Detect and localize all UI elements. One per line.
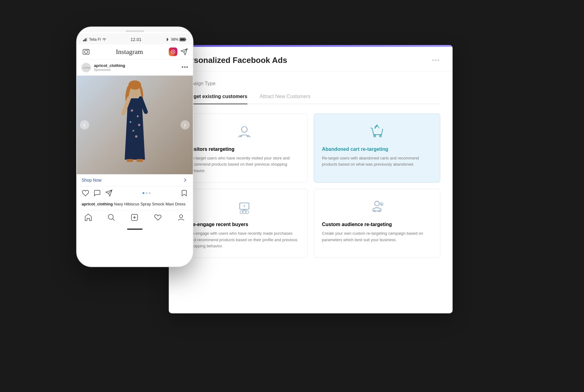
panel-menu-dots[interactable]: ••• xyxy=(432,57,440,64)
card-abandoned-title: Abandoned cart re-targeting xyxy=(322,146,432,152)
status-right: 98% xyxy=(165,37,186,42)
post-sponsored: Sponsored xyxy=(94,68,179,72)
post-caption: apricot_clothing Navy Hibiscus Spray Smo… xyxy=(77,200,193,210)
cart-icon xyxy=(322,123,432,142)
svg-rect-16 xyxy=(85,38,86,41)
svg-text:$: $ xyxy=(243,204,245,208)
svg-rect-36 xyxy=(136,159,143,162)
reel-icon xyxy=(171,49,176,54)
svg-rect-14 xyxy=(83,40,84,41)
svg-line-1 xyxy=(371,128,372,129)
post-actions-left xyxy=(82,189,113,197)
svg-rect-20 xyxy=(186,39,186,40)
instagram-logo: Instagram xyxy=(90,48,169,56)
instagram-reel-icon[interactable] xyxy=(169,47,177,56)
carousel-dots xyxy=(143,192,151,194)
home-button[interactable] xyxy=(127,229,143,230)
caption-text: Navy Hibiscus Spray Smock Maxi Dress xyxy=(114,202,185,206)
card-visitors-desc: Re-target users who have recently visite… xyxy=(189,155,299,174)
carousel-dot-3 xyxy=(149,192,151,194)
chevron-right-icon xyxy=(182,177,188,183)
add-nav-icon[interactable] xyxy=(130,213,139,221)
buyers-icon: $ xyxy=(189,198,299,217)
card-visitors-title: Visitors retargeting xyxy=(189,146,299,152)
svg-point-33 xyxy=(132,130,134,131)
svg-point-11 xyxy=(375,201,379,206)
svg-rect-17 xyxy=(87,38,88,41)
search-nav-icon[interactable] xyxy=(107,213,115,221)
post-options-dots[interactable]: ••• xyxy=(182,64,188,71)
card-reengage[interactable]: $ Re-engage recent buyers Re-engage with… xyxy=(181,189,308,258)
post-username[interactable]: apricot_clothing xyxy=(94,63,179,68)
bookmark-icon[interactable] xyxy=(180,189,188,197)
svg-point-8 xyxy=(246,211,248,213)
card-custom-desc: Create your own custom re-targeting camp… xyxy=(322,230,432,243)
like-icon[interactable] xyxy=(82,189,89,197)
svg-point-42 xyxy=(180,215,183,218)
post-actions xyxy=(77,186,193,200)
svg-rect-35 xyxy=(126,159,133,162)
card-abandoned-cart[interactable]: Abandoned cart re-targeting Re-target us… xyxy=(314,113,440,183)
status-left: Telia FI xyxy=(83,37,107,42)
post-nav-left[interactable]: ‹ xyxy=(80,120,89,130)
tab-attract[interactable]: Attract New Customers xyxy=(260,94,310,104)
phone-speaker xyxy=(126,30,144,32)
svg-point-2 xyxy=(374,135,375,137)
tabs-container: Retarget existing customers Attract New … xyxy=(181,94,440,104)
svg-point-32 xyxy=(138,124,140,126)
comment-icon[interactable] xyxy=(93,189,101,197)
battery-label: 98% xyxy=(171,37,178,42)
svg-point-34 xyxy=(135,135,137,138)
profile-nav-icon[interactable] xyxy=(177,213,185,221)
svg-point-29 xyxy=(130,109,133,112)
carousel-dot-2 xyxy=(146,192,147,194)
svg-point-22 xyxy=(85,50,88,53)
panel-header: Personalized Facebook Ads ••• xyxy=(169,47,453,72)
post-header: APRIC·T apricot_clothing Sponsored ••• xyxy=(77,60,193,76)
svg-rect-15 xyxy=(84,39,85,41)
cards-grid: Visitors retargeting Re-target users who… xyxy=(181,113,440,258)
instagram-header: Instagram xyxy=(77,44,193,60)
wifi-icon xyxy=(102,38,106,41)
campaign-type-label: Campaign Type xyxy=(181,81,440,86)
camera-icon[interactable] xyxy=(82,47,90,56)
svg-line-38 xyxy=(113,219,114,221)
post-nav-right[interactable]: › xyxy=(180,120,190,130)
panel-body: Campaign Type Retarget existing customer… xyxy=(169,72,453,267)
svg-point-37 xyxy=(108,214,113,219)
svg-text:APRIC·T: APRIC·T xyxy=(83,66,90,69)
caption-username: apricot_clothing xyxy=(82,202,113,206)
phone-time: 12.01 xyxy=(130,37,141,42)
svg-point-3 xyxy=(379,135,381,137)
bottom-nav xyxy=(77,210,193,225)
card-abandoned-desc: Re-target users with abandoned carts and… xyxy=(322,155,432,168)
battery-icon xyxy=(180,38,186,41)
home-nav-icon[interactable] xyxy=(84,213,92,221)
shop-now-bar[interactable]: Shop Now xyxy=(77,174,193,186)
card-reengage-desc: Re-engage with users who have recently m… xyxy=(189,230,299,250)
home-indicator[interactable] xyxy=(77,225,193,234)
bluetooth-icon xyxy=(165,38,170,41)
card-visitors[interactable]: Visitors retargeting Re-target users who… xyxy=(181,113,308,183)
card-custom[interactable]: Custom audience re-targeting Create your… xyxy=(314,189,440,258)
post-user-info: apricot_clothing Sponsored xyxy=(94,63,179,72)
shop-now-text: Shop Now xyxy=(82,178,102,183)
web-panel: Personalized Facebook Ads ••• Campaign T… xyxy=(169,45,453,313)
svg-point-6 xyxy=(240,211,243,213)
carrier-label: Telia FI xyxy=(89,37,101,42)
panel-title: Personalized Facebook Ads xyxy=(181,56,287,65)
send-icon[interactable] xyxy=(180,48,188,56)
svg-point-31 xyxy=(130,121,131,123)
svg-point-25 xyxy=(172,51,174,52)
card-custom-title: Custom audience re-targeting xyxy=(322,222,432,227)
svg-point-0 xyxy=(241,126,247,132)
carousel-dot-1 xyxy=(143,192,144,194)
share-icon[interactable] xyxy=(105,189,113,197)
card-reengage-title: Re-engage recent buyers xyxy=(189,222,299,227)
svg-point-23 xyxy=(88,50,88,50)
post-avatar: APRIC·T xyxy=(81,63,91,72)
svg-point-7 xyxy=(243,211,246,213)
svg-rect-19 xyxy=(180,38,185,40)
visitors-icon xyxy=(189,123,299,142)
likes-nav-icon[interactable] xyxy=(154,213,162,221)
